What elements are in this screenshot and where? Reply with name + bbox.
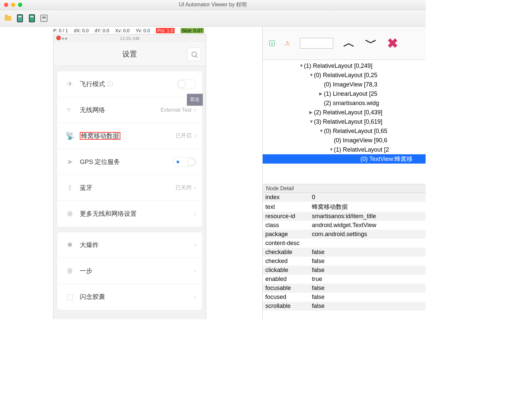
tree-node[interactable]: ▼(1) RelativeLayout [2 — [263, 145, 426, 154]
settings-row[interactable]: ⬚闪念胶囊› — [57, 284, 202, 310]
settings-row[interactable]: ≣一步› — [57, 258, 202, 284]
chevron-right-icon: › — [194, 210, 196, 217]
tree-node-label: (2) RelativeLayout [0,439] — [314, 108, 382, 117]
detail-value: false — [309, 302, 426, 311]
save-button[interactable] — [39, 14, 49, 23]
row-value: External-Test — [161, 107, 192, 113]
detail-value: false — [309, 257, 426, 266]
row-icon: ≣ — [63, 267, 76, 275]
tree-node-label: (0) ImageView [90,6 — [334, 136, 387, 145]
detail-row: enabledtrue — [263, 275, 426, 284]
notification-dot-icon — [56, 36, 61, 40]
status-time: 11:01 AM — [120, 36, 140, 41]
tree-node[interactable]: ▶(1) LinearLayout [25 — [263, 89, 426, 98]
tree-arrow-icon: ▼ — [329, 145, 334, 154]
row-label: 闪念胶囊 — [80, 293, 194, 301]
coord-prs: Prs: 1.0 — [156, 28, 175, 33]
save-icon — [40, 15, 48, 22]
pointer-coords: P: 0 / 1 dX: 0.0 dY: 0.0 Xv: 0.0 Yv: 0.0… — [53, 28, 204, 33]
detail-row: content-desc — [263, 239, 426, 248]
tree-node-label: (0) RelativeLayout [0,65 — [324, 126, 387, 136]
search-input[interactable] — [300, 38, 333, 49]
detail-row: text蜂窝移动数据 — [263, 202, 426, 212]
tree-arrow-icon: ▼ — [319, 126, 324, 136]
device-screenshot[interactable]: ▸◂ 11:01 AM 设置 ✈飞行模式 ⓘᯤ无线网络External-Test… — [53, 34, 206, 319]
detail-value: true — [309, 275, 426, 284]
toggle-switch[interactable] — [177, 79, 196, 89]
detail-value: smartisanos:id/item_title — [309, 212, 426, 221]
tree-node[interactable]: ▶(2) RelativeLayout [0,439] — [263, 108, 426, 117]
clear-search-button[interactable]: ✖ — [387, 36, 398, 51]
tree-toolbar: ⚠ ︿ ﹀ ✖ — [263, 27, 426, 60]
row-icon: ➤ — [63, 158, 76, 166]
detail-row: checkedfalse — [263, 257, 426, 266]
chevron-right-icon: › — [194, 241, 196, 248]
tree-node[interactable]: (0) ImageView [78,3 — [263, 80, 426, 89]
row-icon: ᛒ — [63, 184, 76, 192]
tree-node[interactable]: ▼(3) RelativeLayout [0,619] — [263, 117, 426, 126]
tree-node[interactable]: ▼(0) RelativeLayout [0,65 — [263, 126, 426, 136]
detail-value: false — [309, 284, 426, 293]
chevron-right-icon: › — [194, 267, 196, 274]
tree-node[interactable]: (2) smartisanos.widg — [263, 98, 426, 108]
detail-row: clickablefalse — [263, 266, 426, 275]
detail-key: scrollable — [263, 302, 309, 311]
row-label: 蓝牙 — [80, 184, 176, 192]
settings-row[interactable]: ✈飞行模式 ⓘ — [57, 71, 202, 97]
settings-row[interactable]: ⊗更多无线和网络设置› — [57, 201, 202, 227]
folder-icon — [5, 16, 11, 21]
tree-node[interactable]: ▼(0) RelativeLayout [0,25 — [263, 70, 426, 80]
dump-compressed-button[interactable] — [27, 14, 37, 23]
settings-row[interactable]: ᛒ蓝牙已关闭› — [57, 175, 202, 201]
tree-node[interactable]: ▼(1) RelativeLayout [0,249] — [263, 61, 426, 70]
settings-row[interactable]: ᯤ无线网络External-Test›双击 — [57, 97, 202, 123]
coord-size: Size: 0.07 — [181, 28, 204, 33]
detail-row: focusedfalse — [263, 293, 426, 302]
detail-value: android.widget.TextView — [309, 221, 426, 230]
detail-value: 0 — [309, 193, 426, 202]
next-match-button[interactable]: ﹀ — [365, 35, 377, 51]
detail-value: com.android.settings — [309, 230, 426, 239]
detail-key: package — [263, 230, 309, 239]
coord-p: P: 0 / 1 — [53, 28, 68, 33]
row-icon: ✈ — [63, 80, 76, 88]
detail-row: packagecom.android.settings — [263, 230, 426, 239]
row-icon: ✹ — [63, 241, 76, 249]
row-value: 已关闭 — [176, 184, 192, 191]
row-label: 飞行模式 ⓘ — [80, 80, 177, 88]
signal-icon: ▸◂ — [62, 36, 67, 41]
settings-row[interactable]: 📡蜂窝移动数据已开启› — [57, 123, 202, 149]
open-file-button[interactable] — [3, 14, 13, 23]
coord-dx: dX: 0.0 — [74, 28, 88, 33]
coord-yv: Yv: 0.0 — [136, 28, 150, 33]
dump-screenshot-button[interactable] — [15, 14, 25, 23]
prev-match-button[interactable]: ︿ — [343, 35, 355, 51]
row-label: GPS 定位服务 — [80, 158, 173, 166]
warning-icon[interactable]: ⚠ — [285, 40, 290, 47]
tree-node[interactable]: (0) ImageView [90,6 — [263, 136, 426, 145]
screenshot-pane: P: 0 / 1 dX: 0.0 dY: 0.0 Xv: 0.0 Yv: 0.0… — [0, 27, 263, 319]
detail-key: resource-id — [263, 212, 309, 221]
tree-node[interactable]: (0) TextView:蜂窝移 — [263, 154, 426, 164]
tree-node-label: (0) RelativeLayout [0,25 — [314, 70, 377, 80]
detail-row: resource-idsmartisanos:id/item_title — [263, 212, 426, 221]
chevron-right-icon: › — [194, 294, 196, 301]
hierarchy-tree[interactable]: ▼(1) RelativeLayout [0,249]▼(0) Relative… — [263, 60, 426, 184]
detail-value: 蜂窝移动数据 — [309, 202, 426, 212]
settings-row[interactable]: ✹大爆炸› — [57, 232, 202, 258]
tree-node-label: (0) TextView:蜂窝移 — [360, 154, 413, 164]
detail-value — [309, 239, 426, 248]
node-detail-header: Node Detail — [263, 184, 426, 193]
search-button[interactable] — [187, 48, 201, 61]
detail-row: focusablefalse — [263, 284, 426, 293]
row-icon: ⊗ — [63, 209, 76, 218]
toggle-switch[interactable] — [173, 157, 196, 167]
detail-row: classandroid.widget.TextView — [263, 221, 426, 230]
detail-key: text — [263, 202, 309, 212]
settings-row[interactable]: ➤GPS 定位服务 — [57, 149, 202, 175]
window-title: UI Automator Viewer by 程明 — [0, 1, 426, 8]
expand-all-button[interactable] — [269, 41, 275, 46]
detail-value: false — [309, 248, 426, 257]
row-icon: ᯤ — [63, 106, 76, 114]
tree-arrow-icon: ▶ — [309, 108, 314, 117]
